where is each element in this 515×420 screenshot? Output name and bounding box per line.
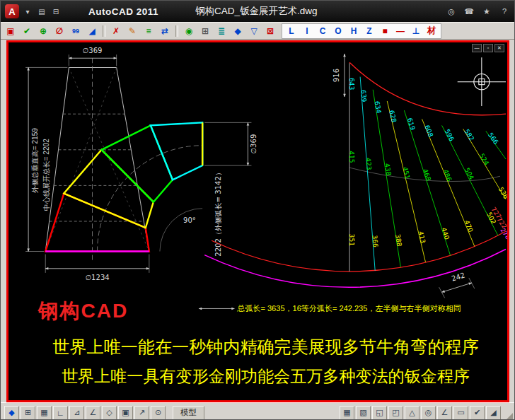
- fan-number[interactable]: 628: [388, 110, 398, 123]
- clean-screen-icon[interactable]: ◢: [486, 406, 501, 420]
- fan-number[interactable]: 423: [365, 158, 373, 170]
- ortho-toggle-icon[interactable]: ∟: [53, 406, 68, 420]
- dyn-toggle-icon[interactable]: ↗: [134, 406, 149, 420]
- fan-number[interactable]: 639: [360, 90, 368, 103]
- search-icon[interactable]: ◎: [446, 7, 457, 16]
- ducs-toggle-icon[interactable]: ▣: [118, 406, 133, 420]
- favorites-icon[interactable]: ★: [481, 7, 492, 16]
- dimension-text[interactable]: ∅1234: [85, 274, 109, 281]
- fan-top-arc[interactable]: [349, 62, 506, 115]
- elbow-segments[interactable]: [45, 122, 202, 251]
- fan-number[interactable]: 486: [442, 168, 453, 182]
- elbow-cone[interactable]: [45, 58, 149, 262]
- toolbar-letter-button[interactable]: —: [393, 23, 408, 38]
- toolbar-button[interactable]: ⊠: [262, 23, 278, 38]
- fan-number[interactable]: 582: [463, 128, 475, 142]
- quick-access-icon-2[interactable]: ⊟: [50, 8, 62, 16]
- toolbar-letter-button[interactable]: I: [299, 23, 315, 38]
- fan-number[interactable]: 366: [371, 235, 379, 247]
- slogan-line-2[interactable]: 世界上唯一具有变形金刚功能会五万多种变法的钣金程序: [62, 367, 470, 385]
- communication-center-icon[interactable]: ☎: [463, 7, 475, 16]
- lwt-toggle-icon[interactable]: ⊙: [151, 406, 166, 420]
- fan-number[interactable]: 566: [487, 132, 499, 146]
- menu-dropdown-icon[interactable]: ▾: [22, 8, 33, 16]
- drawing-viewport[interactable]: ∅369 外侧总垂直高= 2159 中心线展开总长= 2202 ∅1234: [8, 42, 507, 400]
- fan-number[interactable]: 415: [348, 151, 355, 163]
- drawing-area[interactable]: — ▫ ✕: [6, 40, 509, 402]
- otrack-toggle-icon[interactable]: ◇: [102, 406, 117, 420]
- fan-number[interactable]: 413: [417, 231, 427, 244]
- fan-number[interactable]: 524: [478, 152, 491, 166]
- pan-icon[interactable]: ◱: [372, 406, 387, 420]
- quickview-drawings-icon[interactable]: ▦: [340, 406, 354, 420]
- toolbar-button[interactable]: ◢: [84, 23, 100, 38]
- fan-number[interactable]: 351: [348, 234, 355, 246]
- fan-note-text[interactable]: 总弧长= 3635，16等分弧长= 242.235，左半侧与右半侧对称相同: [236, 304, 461, 313]
- fan-number[interactable]: 438: [383, 163, 393, 176]
- fan-number[interactable]: 634: [374, 100, 383, 114]
- doc-minimize-button[interactable]: —: [472, 44, 482, 52]
- fan-development[interactable]: 643 639 634 628 619 608 596 582 566 415 …: [199, 54, 507, 313]
- fan-number[interactable]: 451: [401, 166, 411, 180]
- fan-number[interactable]: 504: [463, 167, 475, 181]
- steeringwheel-icon[interactable]: △: [405, 406, 419, 420]
- quick-access-icon[interactable]: ▤: [36, 8, 47, 16]
- doc-close-button[interactable]: ✕: [494, 44, 504, 52]
- resize-grip[interactable]: [505, 413, 513, 420]
- model-tab[interactable]: 模型: [173, 406, 204, 420]
- toolbar-button[interactable]: ⊕: [35, 23, 51, 38]
- grid-toggle-icon[interactable]: ▦: [37, 406, 52, 420]
- osnap-toggle-icon[interactable]: ∠: [86, 406, 100, 420]
- autocad-logo-icon[interactable]: A: [5, 4, 19, 18]
- toolbar-lock-icon[interactable]: ✔: [470, 406, 485, 420]
- toolbar-button[interactable]: ✔: [19, 23, 35, 38]
- workspace-icon[interactable]: ◆: [4, 406, 19, 420]
- toolbar-button[interactable]: ✗: [108, 23, 124, 38]
- toolbar-letter-button[interactable]: C: [315, 23, 330, 38]
- dimension-text[interactable]: ∅369: [83, 47, 103, 54]
- toolbar-button[interactable]: ◉: [181, 23, 197, 38]
- toolbar-button[interactable]: ⊞: [197, 23, 213, 38]
- toolbar-button[interactable]: ▽: [246, 23, 262, 38]
- annotation-scale-icon[interactable]: ∠: [437, 406, 452, 420]
- help-icon[interactable]: ?: [499, 7, 510, 16]
- fan-number[interactable]: 596: [444, 128, 456, 142]
- toolbar-button[interactable]: ≡: [141, 23, 156, 38]
- toolbar-letter-button[interactable]: ■: [377, 23, 393, 38]
- dimension-text[interactable]: 916: [332, 69, 340, 82]
- fan-number[interactable]: 278: [499, 227, 507, 241]
- toolbar-letter-button[interactable]: O: [330, 23, 346, 38]
- elbow-segment-cyan[interactable]: [151, 122, 202, 180]
- toolbar-button[interactable]: ✎: [125, 23, 140, 38]
- quickview-layouts-icon[interactable]: ▧: [356, 406, 371, 420]
- toolbar-button[interactable]: ⇄: [157, 23, 173, 38]
- dimension-text[interactable]: 中心线展开总长= 2202: [42, 139, 50, 211]
- snap-toggle-icon[interactable]: ⊞: [21, 406, 35, 420]
- dimension-text[interactable]: 242: [451, 272, 466, 283]
- toolbar-button[interactable]: ◆: [230, 23, 245, 38]
- zoom-icon[interactable]: ◰: [388, 406, 403, 420]
- elbow-drawing[interactable]: ∅369 外侧总垂直高= 2159 中心线展开总长= 2202 ∅1234: [25, 47, 258, 281]
- toolbar-letter-button[interactable]: ⊥: [408, 23, 424, 38]
- brand-text[interactable]: 钢构CAD: [37, 299, 128, 322]
- annotation-visibility-icon[interactable]: ▭: [453, 406, 468, 420]
- doc-restore-button[interactable]: ▫: [483, 44, 493, 52]
- fan-number[interactable]: 619: [406, 117, 417, 132]
- toolbar-button[interactable]: ▣: [3, 23, 18, 38]
- toolbar-letter-button[interactable]: H: [346, 23, 361, 38]
- dimension-text[interactable]: ∅369: [250, 134, 258, 154]
- toolbar-button[interactable]: ≣: [214, 23, 229, 38]
- dimension-text[interactable]: 外侧总垂直高= 2159: [31, 128, 39, 194]
- fan-number[interactable]: 440: [440, 226, 451, 240]
- fan-number[interactable]: 643: [348, 78, 355, 91]
- fan-number[interactable]: 608: [423, 124, 434, 138]
- fan-bottom-inner-arc[interactable]: [212, 231, 506, 272]
- slogan-line-1[interactable]: 世界上唯一能在一秒钟内精确完美展现多节牛角弯的程序: [52, 337, 478, 356]
- angle-label[interactable]: 90°: [183, 216, 196, 224]
- showmotion-icon[interactable]: ◎: [421, 406, 436, 420]
- polar-toggle-icon[interactable]: ⊿: [69, 406, 84, 420]
- toolbar-button[interactable]: 99: [68, 23, 83, 38]
- fan-bottom-outer-arc[interactable]: [204, 249, 506, 287]
- toolbar-letter-button[interactable]: 材: [424, 23, 439, 38]
- toolbar-button[interactable]: ∅: [52, 23, 67, 38]
